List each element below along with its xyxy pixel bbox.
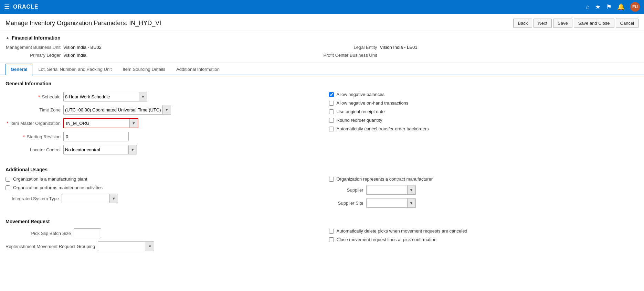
manufacturing-plant-checkbox[interactable]: [6, 177, 10, 182]
management-bu-row: Management Business Unit Vision India - …: [6, 44, 322, 51]
user-avatar[interactable]: FU: [630, 2, 640, 12]
auto-delete-picks-label: Automatically delete picks when movement…: [337, 228, 467, 234]
next-button[interactable]: Next: [534, 19, 552, 28]
item-master-org-input[interactable]: [64, 119, 129, 128]
allow-neg-balances-row: Allow negative balances: [329, 92, 639, 97]
usages-left: Organization is a manufacturing plant Or…: [6, 176, 315, 211]
locator-control-label: Locator Control: [6, 147, 61, 152]
usages-right: Organization represents a contract manuf…: [329, 176, 639, 211]
nav-right: ⌂ ★ ⚑ 🔔 FU: [586, 2, 640, 12]
save-and-close-button[interactable]: Save and Close: [574, 19, 614, 28]
tab-general[interactable]: General: [6, 64, 32, 75]
timezone-dropdown-btn[interactable]: ▼: [163, 105, 171, 115]
allow-negative-balances-checkbox[interactable]: [329, 92, 334, 97]
star-icon[interactable]: ★: [595, 3, 601, 11]
replenishment-group-label: Replenishment Movement Request Grouping: [6, 244, 95, 249]
schedule-required-star: *: [38, 94, 40, 99]
locator-control-select-wrapper: No locator control ▼: [63, 145, 137, 154]
movement-left: Pick Slip Batch Size Replenishment Movem…: [6, 228, 315, 255]
use-original-receipt-checkbox[interactable]: [329, 109, 334, 114]
integrated-system-type-label: Integrated System Type: [6, 196, 59, 201]
performs-maintenance-checkbox[interactable]: [6, 185, 10, 190]
timezone-select[interactable]: (UTC+00:00) Coordinated Universal Time (…: [63, 105, 163, 115]
bell-icon[interactable]: 🔔: [617, 3, 625, 11]
round-reorder-checkbox[interactable]: [329, 118, 334, 123]
supplier-label: Supplier: [329, 187, 363, 193]
oracle-logo: ORACLE: [13, 4, 39, 10]
locator-control-select[interactable]: No locator control: [63, 145, 129, 154]
financial-info-section: ▲ Financial Information Management Busin…: [0, 31, 644, 63]
performs-maintenance-row: Organization performs maintenance activi…: [6, 185, 315, 190]
additional-usages-section: Additional Usages Organization is a manu…: [0, 163, 644, 211]
schedule-label: * Schedule: [6, 94, 61, 99]
tab-item-sourcing[interactable]: Item Sourcing Details: [118, 64, 171, 75]
schedule-dropdown-btn[interactable]: ▼: [139, 92, 147, 101]
tab-additional-info[interactable]: Additional Information: [171, 64, 225, 75]
pick-slip-batch-size-label: Pick Slip Batch Size: [6, 231, 71, 236]
locator-control-dropdown-btn[interactable]: ▼: [129, 145, 137, 154]
financial-info-title: Financial Information: [12, 35, 61, 41]
supplier-site-dropdown-btn[interactable]: ▼: [408, 198, 416, 208]
supplier-site-label: Supplier Site: [329, 201, 363, 206]
use-original-receipt-row: Use original receipt date: [329, 109, 639, 114]
movement-request-section: Movement Request Pick Slip Batch Size Re…: [0, 215, 644, 255]
general-info-title: General Information: [6, 81, 638, 86]
supplier-dropdown-btn[interactable]: ▼: [408, 185, 416, 195]
auto-cancel-transfer-label: Automatically cancel transfer order back…: [337, 126, 429, 131]
collapse-icon[interactable]: ▲: [6, 35, 10, 40]
integrated-system-type-row: Integrated System Type ▼: [6, 194, 315, 203]
allow-negative-onhand-checkbox[interactable]: [329, 101, 334, 106]
legal-entity-label: Legal Entity: [322, 45, 377, 50]
auto-cancel-transfer-checkbox[interactable]: [329, 127, 334, 131]
starting-revision-required-star: *: [23, 134, 25, 139]
replenishment-group-dropdown-btn[interactable]: ▼: [146, 241, 154, 251]
integrated-system-type-dropdown-btn[interactable]: ▼: [110, 194, 118, 203]
allow-negative-balances-label: Allow negative balances: [337, 92, 384, 97]
supplier-site-select[interactable]: [366, 198, 408, 208]
integrated-system-type-select[interactable]: [62, 194, 110, 203]
save-button[interactable]: Save: [553, 19, 572, 28]
movement-request-title: Movement Request: [6, 219, 638, 224]
cancel-button[interactable]: Cancel: [616, 19, 638, 28]
financial-info-header: ▲ Financial Information: [6, 35, 638, 41]
close-movement-lines-checkbox[interactable]: [329, 237, 334, 242]
general-form-right: Allow negative balances Allow negative o…: [329, 92, 639, 158]
replenishment-group-select-wrapper: ▼: [98, 241, 154, 251]
round-reorder-label: Round reorder quantity: [337, 118, 382, 123]
financial-info-grid: Management Business Unit Vision India - …: [6, 44, 638, 58]
contract-manufacturer-checkbox[interactable]: [329, 177, 334, 182]
contract-manufacturer-label: Organization represents a contract manuf…: [337, 176, 433, 182]
supplier-select[interactable]: [366, 185, 408, 195]
replenishment-group-row: Replenishment Movement Request Grouping …: [6, 241, 315, 251]
item-master-org-row: * Item Master Organization ▼: [6, 118, 315, 128]
additional-usages-title: Additional Usages: [6, 167, 638, 172]
hamburger-icon[interactable]: ☰: [4, 3, 10, 11]
item-master-org-dropdown-btn[interactable]: ▼: [129, 119, 138, 128]
starting-revision-input[interactable]: [63, 132, 129, 141]
replenishment-group-select[interactable]: [98, 241, 146, 251]
flag-icon[interactable]: ⚑: [606, 3, 612, 11]
pick-slip-batch-size-input[interactable]: [74, 228, 101, 238]
supplier-row: Supplier ▼: [329, 185, 639, 195]
close-movement-lines-row: Close movement request lines at pick con…: [329, 237, 639, 242]
schedule-select[interactable]: 8 Hour Work Schedule: [63, 92, 139, 101]
item-master-org-wrapper: ▼: [63, 118, 138, 128]
home-icon[interactable]: ⌂: [586, 3, 590, 11]
item-master-required-star: *: [7, 121, 8, 126]
pick-slip-batch-size-row: Pick Slip Batch Size: [6, 228, 315, 238]
legal-entity-value: Vision India - LE01: [380, 45, 418, 50]
page-header: Manage Inventory Organization Parameters…: [0, 14, 644, 31]
back-button[interactable]: Back: [513, 19, 532, 28]
supplier-site-select-wrapper: ▼: [366, 198, 416, 208]
contract-manufacturer-row: Organization represents a contract manuf…: [329, 176, 639, 182]
auto-delete-picks-checkbox[interactable]: [329, 229, 334, 234]
tab-lot-serial[interactable]: Lot, Serial Number, and Packing Unit: [33, 64, 117, 75]
header-buttons: Back Next Save Save and Close Cancel: [513, 19, 638, 28]
movement-grid: Pick Slip Batch Size Replenishment Movem…: [6, 228, 638, 255]
manufacturing-plant-label: Organization is a manufacturing plant: [13, 176, 87, 182]
supplier-select-wrapper: ▼: [366, 185, 416, 195]
usages-grid: Organization is a manufacturing plant Or…: [6, 176, 638, 211]
primary-ledger-row: Primary Ledger Vision India: [6, 52, 322, 58]
starting-revision-label: * Starting Revision: [6, 134, 61, 139]
schedule-row: * Schedule 8 Hour Work Schedule ▼: [6, 92, 315, 101]
